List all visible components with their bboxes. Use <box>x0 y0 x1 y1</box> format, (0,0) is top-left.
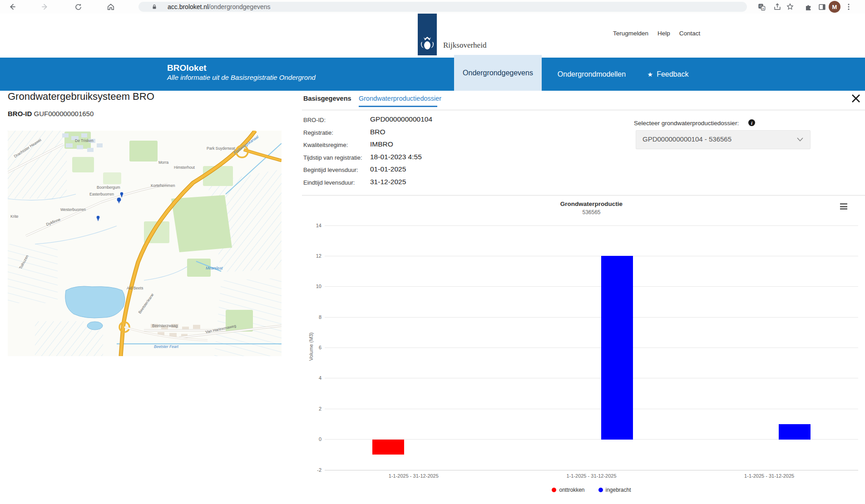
tab-basisgegevens[interactable]: Basisgegevens <box>303 95 351 102</box>
map-place-label: Kortehemmen <box>151 183 175 188</box>
field-row: Begintijd levensduur:01-01-2025 <box>303 164 521 176</box>
nav-tab-label: Ondergrondmodellen <box>558 70 626 78</box>
chart-ytick-label: 14 <box>302 223 321 228</box>
chart-xtick-label: 1-1-2025 - 31-12-2025 <box>719 473 819 479</box>
nav-tab-ondergrondmodellen[interactable]: Ondergrondmodellen <box>546 58 637 91</box>
profile-avatar[interactable]: M <box>829 1 840 13</box>
field-label: Begintijd levensduur: <box>303 166 358 173</box>
header-link-contact[interactable]: Contact <box>679 30 701 37</box>
legend-item-ingebracht[interactable]: ingebracht <box>598 487 631 493</box>
map-water-label: Mearsleat <box>206 266 223 270</box>
legend-label: ingebracht <box>606 487 631 493</box>
url-text: acc.broloket.nl/ondergrondgegevens <box>168 3 271 10</box>
chart-bar-ingebracht[interactable] <box>601 256 633 439</box>
detail-fields: BRO-ID:GPD000000000104Registratie:BROKwa… <box>303 114 521 189</box>
bro-id-row: BRO-ID GUF000000001650 <box>8 110 94 117</box>
section-divider <box>302 195 865 196</box>
chart-gridline <box>325 347 858 348</box>
chart-gridline <box>325 409 858 409</box>
header-link-help[interactable]: Help <box>657 30 670 37</box>
chart-subtitle: 536565 <box>325 209 858 215</box>
reload-icon[interactable] <box>73 2 83 12</box>
chart-bar-ingebracht[interactable] <box>779 424 811 440</box>
legend-label: onttrokken <box>559 487 584 493</box>
field-value: IMBRO <box>370 140 393 148</box>
screen: acc.broloket.nl/ondergrondgegevens Ga M <box>0 0 865 504</box>
chart-ytick-label: 4 <box>302 375 321 381</box>
chart-gridline <box>325 317 858 318</box>
legend-item-onttrokken[interactable]: onttrokken <box>552 487 584 493</box>
chart-xtick-label: 1-1-2025 - 31-12-2025 <box>542 473 642 479</box>
url-domain: acc.broloket.nl <box>168 3 208 10</box>
chart-gridline <box>325 256 858 256</box>
rijksoverheid-logo-ribbon <box>418 14 437 55</box>
chart-xtick-label: 1-1-2025 - 31-12-2025 <box>364 473 464 479</box>
info-icon[interactable]: i <box>748 119 755 126</box>
nav-tab-ondergrondgegevens[interactable]: Ondergrondgegevens <box>454 55 542 91</box>
chart-ytick-label: 10 <box>302 284 321 289</box>
address-bar[interactable]: acc.broloket.nl/ondergrondgegevens <box>138 2 747 12</box>
header-link-terugmelden[interactable]: Terugmelden <box>613 30 648 37</box>
feedback-star-icon: ★ <box>648 71 653 78</box>
field-label: BRO-ID: <box>303 117 326 123</box>
tab-grondwaterproductiedossier[interactable]: Grondwaterproductiedossier <box>359 95 441 102</box>
legend-dot <box>552 488 556 492</box>
brand-title: BROloket <box>167 63 316 73</box>
chart-gridline <box>325 225 858 226</box>
nav-tab-label: Feedback <box>657 70 688 78</box>
map[interactable]: Drachtster HeaweiDe TriskenMorraPark Suy… <box>8 131 282 356</box>
brand-tagline: Alle informatie uit de Basisregistratie … <box>167 73 316 82</box>
map-place-label: Morra <box>158 160 168 165</box>
map-place-label: Krite <box>10 214 19 219</box>
nav-tab-label: Ondergrondgegevens <box>463 69 533 77</box>
dossier-select[interactable]: GPD000000000104 - 536565 <box>636 130 811 149</box>
chart-ytick-label: 6 <box>302 345 321 350</box>
map-lake <box>65 286 125 318</box>
legend-dot <box>598 488 603 492</box>
chart-ytick-label: 2 <box>302 406 321 411</box>
chart-ytick-label: -2 <box>302 467 321 473</box>
chevron-down-icon <box>796 137 804 142</box>
field-value: BRO <box>370 128 386 136</box>
nav-tab-feedback[interactable]: ★Feedback <box>641 58 695 91</box>
field-row: Registratie:BRO <box>303 127 521 139</box>
map-place-label: Easterbuorren <box>89 192 114 196</box>
bookmark-star-icon[interactable] <box>785 2 795 12</box>
chart-legend: onttrokkeningebracht <box>325 487 858 493</box>
brand-block: BROloket Alle informatie uit de Basisreg… <box>167 63 316 82</box>
bro-id-value: GUF000000001650 <box>34 110 94 117</box>
chart-ytick-label: 0 <box>302 436 321 442</box>
active-tab-underline <box>359 106 437 107</box>
map-place-label: Park Suyderseat <box>207 146 235 151</box>
kebab-menu-icon[interactable] <box>844 2 854 12</box>
chart-bar-onttrokken[interactable] <box>372 440 404 455</box>
field-label: Tijdstip van registratie: <box>303 154 362 161</box>
field-row: Tijdstip van registratie:18-01-2023 4:55 <box>303 152 521 164</box>
side-panel-icon[interactable] <box>817 2 827 12</box>
chart-menu-icon[interactable] <box>840 203 848 210</box>
field-row: BRO-ID:GPD000000000104 <box>303 114 521 127</box>
field-value: 31-12-2025 <box>370 178 406 186</box>
browser-toolbar: acc.broloket.nl/ondergrondgegevens Ga M <box>0 0 865 14</box>
page-title: Grondwatergebruiksysteem BRO <box>8 91 154 103</box>
field-label: Kwaliteitsregime: <box>303 142 348 148</box>
chart-gridline <box>325 470 858 470</box>
field-value: 18-01-2023 4:55 <box>370 153 422 161</box>
home-icon[interactable] <box>106 2 116 12</box>
map-place-label: Himsterhout <box>174 165 195 170</box>
header-links: TerugmeldenHelpContact <box>613 30 700 37</box>
translate-icon[interactable]: Ga <box>756 2 766 12</box>
field-value: 01-01-2025 <box>370 165 406 173</box>
chart-ytick-label: 12 <box>302 253 321 259</box>
chart-gridline <box>325 439 858 440</box>
extensions-puzzle-icon[interactable] <box>803 2 813 12</box>
chart-title: Grondwaterproductie <box>325 201 858 207</box>
share-icon[interactable] <box>772 2 782 12</box>
field-row: Kwaliteitsregime:IMBRO <box>303 139 521 152</box>
forward-icon[interactable] <box>40 2 50 12</box>
back-icon[interactable] <box>7 2 17 12</box>
field-row: Eindtijd levensduur:31-12-2025 <box>303 176 521 189</box>
field-label: Eindtijd levensduur: <box>303 179 355 186</box>
dossier-select-label: Selecteer grondwaterproductiedossier: <box>634 120 739 127</box>
close-icon[interactable] <box>850 93 862 104</box>
